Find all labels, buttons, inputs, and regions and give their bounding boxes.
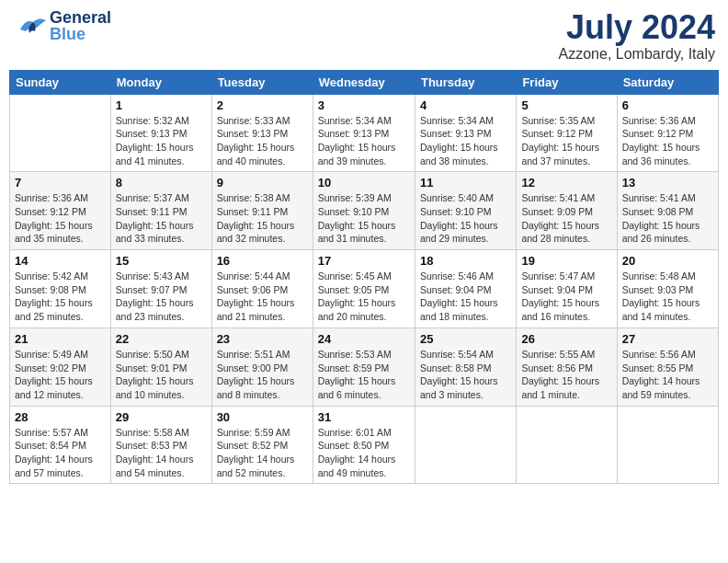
calendar-cell: 10Sunrise: 5:39 AM Sunset: 9:10 PM Dayli…	[313, 172, 415, 250]
day-info: Sunrise: 5:33 AM Sunset: 9:13 PM Dayligh…	[217, 114, 308, 168]
day-number: 23	[217, 332, 308, 346]
column-header-thursday: Thursday	[415, 70, 516, 94]
week-row-3: 14Sunrise: 5:42 AM Sunset: 9:08 PM Dayli…	[10, 250, 719, 328]
day-number: 25	[420, 332, 511, 346]
calendar-cell: 29Sunrise: 5:58 AM Sunset: 8:53 PM Dayli…	[110, 406, 211, 484]
column-header-wednesday: Wednesday	[313, 70, 415, 94]
logo-general-text: General	[50, 9, 111, 26]
day-info: Sunrise: 5:54 AM Sunset: 8:58 PM Dayligh…	[420, 348, 511, 402]
day-info: Sunrise: 5:49 AM Sunset: 9:02 PM Dayligh…	[15, 348, 106, 402]
week-row-4: 21Sunrise: 5:49 AM Sunset: 9:02 PM Dayli…	[10, 327, 719, 406]
column-header-tuesday: Tuesday	[211, 70, 313, 94]
logo: General Blue	[13, 9, 111, 42]
calendar-cell: 9Sunrise: 5:38 AM Sunset: 9:11 PM Daylig…	[211, 172, 313, 250]
day-number: 19	[521, 254, 611, 268]
logo-text: General Blue	[50, 9, 111, 42]
calendar-cell	[10, 94, 111, 172]
calendar-cell: 28Sunrise: 5:57 AM Sunset: 8:54 PM Dayli…	[10, 406, 111, 484]
column-header-sunday: Sunday	[10, 70, 111, 94]
calendar-table: SundayMondayTuesdayWednesdayThursdayFrid…	[9, 70, 719, 485]
calendar-cell: 4Sunrise: 5:34 AM Sunset: 9:13 PM Daylig…	[415, 94, 516, 172]
day-info: Sunrise: 5:55 AM Sunset: 8:56 PM Dayligh…	[521, 348, 611, 402]
calendar-cell: 19Sunrise: 5:47 AM Sunset: 9:04 PM Dayli…	[517, 250, 617, 328]
calendar-cell: 25Sunrise: 5:54 AM Sunset: 8:58 PM Dayli…	[415, 327, 516, 406]
calendar-cell: 17Sunrise: 5:45 AM Sunset: 9:05 PM Dayli…	[313, 250, 415, 328]
logo-icon	[13, 9, 46, 42]
calendar-cell: 14Sunrise: 5:42 AM Sunset: 9:08 PM Dayli…	[10, 250, 111, 328]
calendar-cell: 7Sunrise: 5:36 AM Sunset: 9:12 PM Daylig…	[10, 172, 111, 250]
day-number: 30	[217, 410, 308, 424]
day-info: Sunrise: 5:46 AM Sunset: 9:04 PM Dayligh…	[420, 270, 511, 324]
week-row-5: 28Sunrise: 5:57 AM Sunset: 8:54 PM Dayli…	[10, 406, 719, 484]
calendar-cell: 15Sunrise: 5:43 AM Sunset: 9:07 PM Dayli…	[110, 250, 211, 328]
column-header-monday: Monday	[110, 70, 211, 94]
day-number: 15	[116, 254, 207, 268]
day-info: Sunrise: 5:48 AM Sunset: 9:03 PM Dayligh…	[622, 270, 713, 324]
day-number: 20	[622, 254, 713, 268]
day-number: 11	[420, 176, 511, 190]
calendar-cell: 2Sunrise: 5:33 AM Sunset: 9:13 PM Daylig…	[211, 94, 313, 172]
day-info: Sunrise: 5:36 AM Sunset: 9:12 PM Dayligh…	[622, 114, 713, 168]
title-section: July 2024 Azzone, Lombardy, Italy	[559, 9, 715, 63]
day-number: 6	[622, 98, 713, 112]
calendar-cell: 6Sunrise: 5:36 AM Sunset: 9:12 PM Daylig…	[617, 94, 718, 172]
day-number: 5	[521, 98, 611, 112]
calendar-cell: 8Sunrise: 5:37 AM Sunset: 9:11 PM Daylig…	[110, 172, 211, 250]
calendar-cell: 24Sunrise: 5:53 AM Sunset: 8:59 PM Dayli…	[313, 327, 415, 406]
day-number: 17	[318, 254, 410, 268]
day-number: 29	[116, 410, 207, 424]
day-number: 9	[217, 176, 308, 190]
day-info: Sunrise: 5:56 AM Sunset: 8:55 PM Dayligh…	[622, 348, 713, 402]
day-number: 14	[15, 254, 106, 268]
month-title: July 2024	[559, 9, 715, 46]
day-info: Sunrise: 5:40 AM Sunset: 9:10 PM Dayligh…	[420, 191, 511, 246]
day-number: 2	[217, 98, 308, 112]
day-info: Sunrise: 5:34 AM Sunset: 9:13 PM Dayligh…	[318, 114, 410, 168]
day-info: Sunrise: 5:37 AM Sunset: 9:11 PM Dayligh…	[116, 191, 207, 246]
calendar-cell: 31Sunrise: 6:01 AM Sunset: 8:50 PM Dayli…	[313, 406, 415, 484]
day-number: 21	[15, 332, 106, 346]
calendar-cell: 3Sunrise: 5:34 AM Sunset: 9:13 PM Daylig…	[313, 94, 415, 172]
day-info: Sunrise: 5:34 AM Sunset: 9:13 PM Dayligh…	[420, 114, 511, 168]
day-number: 28	[15, 410, 106, 424]
day-number: 3	[318, 98, 410, 112]
day-info: Sunrise: 6:01 AM Sunset: 8:50 PM Dayligh…	[318, 426, 410, 480]
day-info: Sunrise: 5:57 AM Sunset: 8:54 PM Dayligh…	[15, 426, 106, 480]
column-header-friday: Friday	[517, 70, 617, 94]
day-info: Sunrise: 5:42 AM Sunset: 9:08 PM Dayligh…	[15, 270, 106, 324]
logo-blue-text: Blue	[50, 26, 111, 42]
calendar-cell	[617, 406, 718, 484]
day-info: Sunrise: 5:47 AM Sunset: 9:04 PM Dayligh…	[521, 270, 611, 324]
day-info: Sunrise: 5:32 AM Sunset: 9:13 PM Dayligh…	[116, 114, 207, 168]
calendar-cell: 27Sunrise: 5:56 AM Sunset: 8:55 PM Dayli…	[617, 327, 718, 406]
calendar-cell: 18Sunrise: 5:46 AM Sunset: 9:04 PM Dayli…	[415, 250, 516, 328]
day-number: 4	[420, 98, 511, 112]
day-info: Sunrise: 5:43 AM Sunset: 9:07 PM Dayligh…	[116, 270, 207, 324]
day-number: 10	[318, 176, 410, 190]
calendar-cell: 16Sunrise: 5:44 AM Sunset: 9:06 PM Dayli…	[211, 250, 313, 328]
day-info: Sunrise: 5:36 AM Sunset: 9:12 PM Dayligh…	[15, 191, 106, 246]
week-row-2: 7Sunrise: 5:36 AM Sunset: 9:12 PM Daylig…	[10, 172, 719, 250]
day-number: 12	[521, 176, 611, 190]
day-number: 31	[318, 410, 410, 424]
day-number: 26	[521, 332, 611, 346]
day-info: Sunrise: 5:59 AM Sunset: 8:52 PM Dayligh…	[217, 426, 308, 480]
day-info: Sunrise: 5:50 AM Sunset: 9:01 PM Dayligh…	[116, 348, 207, 402]
calendar-cell: 13Sunrise: 5:41 AM Sunset: 9:08 PM Dayli…	[617, 172, 718, 250]
header-row: SundayMondayTuesdayWednesdayThursdayFrid…	[10, 70, 719, 94]
day-info: Sunrise: 5:39 AM Sunset: 9:10 PM Dayligh…	[318, 191, 410, 246]
calendar-cell: 1Sunrise: 5:32 AM Sunset: 9:13 PM Daylig…	[110, 94, 211, 172]
day-info: Sunrise: 5:53 AM Sunset: 8:59 PM Dayligh…	[318, 348, 410, 402]
day-number: 22	[116, 332, 207, 346]
day-info: Sunrise: 5:41 AM Sunset: 9:08 PM Dayligh…	[622, 191, 713, 246]
day-number: 27	[622, 332, 713, 346]
calendar-cell: 12Sunrise: 5:41 AM Sunset: 9:09 PM Dayli…	[517, 172, 617, 250]
day-number: 7	[15, 176, 106, 190]
day-number: 1	[116, 98, 207, 112]
calendar-cell: 30Sunrise: 5:59 AM Sunset: 8:52 PM Dayli…	[211, 406, 313, 484]
calendar-cell: 21Sunrise: 5:49 AM Sunset: 9:02 PM Dayli…	[10, 327, 111, 406]
calendar-cell: 26Sunrise: 5:55 AM Sunset: 8:56 PM Dayli…	[517, 327, 617, 406]
calendar-cell: 11Sunrise: 5:40 AM Sunset: 9:10 PM Dayli…	[415, 172, 516, 250]
day-number: 18	[420, 254, 511, 268]
column-header-saturday: Saturday	[617, 70, 718, 94]
